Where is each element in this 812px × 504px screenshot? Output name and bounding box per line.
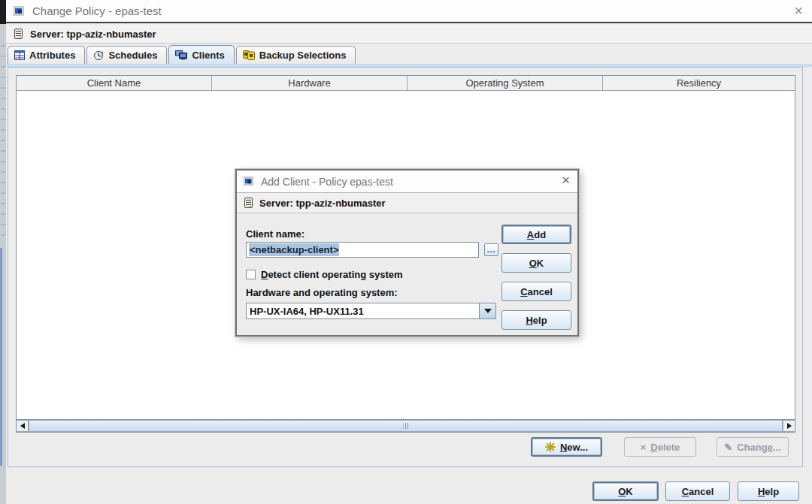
column-header-resiliency[interactable]: Resiliency (603, 76, 795, 90)
add-client-dialog: Add Client - Policy epas-test × Server: … (235, 169, 579, 337)
ok-button[interactable]: OK (592, 481, 659, 501)
dialog-help-button[interactable]: Help (501, 310, 571, 330)
dialog-help-label: Help (526, 315, 547, 326)
window-title: Change Policy - epas-test (32, 5, 162, 17)
hardware-os-select[interactable]: HP-UX-IA64, HP-UX11.31 (246, 303, 496, 319)
window-title-bar: Change Policy - epas-test × (6, 0, 812, 23)
server-bar: Server: tpp-aziz-nbumaster (6, 25, 812, 44)
hardware-os-label: Hardware and operating system: (246, 287, 398, 298)
tab-clients-label: Clients (192, 50, 224, 61)
new-client-label: New... (560, 442, 588, 453)
scrollbar-thumb[interactable] (29, 420, 783, 432)
tab-schedules[interactable]: Schedules (86, 46, 167, 64)
dialog-cancel-label: Cancel (520, 286, 553, 297)
chevron-down-icon (484, 309, 492, 313)
background-window-edge (0, 0, 6, 24)
netbackup-window-icon (14, 6, 26, 17)
netbackup-dialog-icon (244, 177, 255, 186)
new-starburst-icon (545, 442, 556, 452)
column-header-operating-system[interactable]: Operating System (408, 76, 603, 90)
tab-attributes-label: Attributes (29, 50, 75, 61)
background-window-content (1, 45, 5, 240)
help-button[interactable]: Help (738, 481, 799, 501)
detect-os-checkbox[interactable] (246, 270, 256, 279)
add-client-title-bar: Add Client - Policy epas-test × (237, 171, 577, 193)
column-header-hardware[interactable]: Hardware (212, 76, 408, 90)
clients-table-header: Client Name Hardware Operating System Re… (17, 76, 795, 91)
change-client-button: ✎ Change... (717, 437, 789, 457)
add-client-title: Add Client - Policy epas-test (261, 176, 393, 188)
dialog-server-name: Server: tpp-aziz-nbumaster (259, 198, 386, 209)
hardware-os-value: HP-UX-IA64, HP-UX11.31 (247, 306, 479, 317)
browse-clients-button[interactable]: ... (484, 243, 498, 256)
horizontal-scrollbar[interactable] (17, 419, 795, 432)
dialog-ok-label: OK (529, 258, 544, 269)
client-name-input[interactable]: <netbackup-client> (246, 242, 479, 258)
dialog-server-icon (244, 198, 253, 209)
delete-client-button: × Delete (624, 437, 696, 457)
help-label: Help (758, 486, 779, 497)
client-name-label: Client name: (246, 228, 304, 240)
scrollbar-grip (403, 423, 408, 429)
change-pencil-icon: ✎ (724, 442, 732, 453)
background-window-scrollbar (0, 248, 2, 466)
clients-icon (175, 50, 187, 60)
combo-dropdown-button[interactable] (479, 303, 495, 318)
attributes-icon (14, 50, 25, 60)
add-client-close-icon[interactable]: × (562, 173, 570, 188)
scroll-left-arrow-icon[interactable] (17, 420, 29, 432)
scroll-right-arrow-icon[interactable] (783, 420, 795, 432)
server-icon (14, 29, 23, 40)
server-name: Server: tpp-aziz-nbumaster (30, 29, 156, 40)
new-client-button[interactable]: New... (531, 437, 602, 457)
backup-selections-icon (243, 50, 255, 60)
tab-backup-selections-label: Backup Selections (259, 50, 347, 61)
schedules-icon (93, 50, 104, 61)
ok-label: OK (618, 486, 633, 497)
dialog-ok-button[interactable]: OK (501, 253, 571, 273)
tab-schedules-label: Schedules (108, 50, 157, 61)
dialog-add-button[interactable]: Add (501, 225, 571, 244)
detect-os-row: Detect client operating system (246, 269, 403, 280)
detect-os-label: Detect client operating system (261, 269, 403, 280)
client-name-selected-text: <netbackup-client> (249, 243, 339, 256)
tab-clients[interactable]: Clients (168, 45, 234, 64)
tab-attributes[interactable]: Attributes (8, 46, 85, 64)
delete-x-icon: × (641, 442, 647, 453)
tab-bar: Attributes Schedules Clients Backup Sele… (8, 45, 357, 64)
tab-backup-selections[interactable]: Backup Selections (236, 46, 356, 64)
dialog-add-label: Add (527, 229, 546, 240)
cancel-label: Cancel (682, 486, 714, 497)
cancel-button[interactable]: Cancel (665, 481, 730, 501)
change-client-label: Change... (737, 442, 781, 453)
add-client-server-bar: Server: tpp-aziz-nbumaster (237, 193, 577, 213)
dialog-cancel-button[interactable]: Cancel (501, 282, 571, 301)
window-close-icon[interactable]: × (794, 3, 803, 18)
background-window-strip (0, 0, 6, 504)
column-header-client-name[interactable]: Client Name (17, 76, 212, 90)
delete-client-label: Delete (650, 442, 680, 453)
